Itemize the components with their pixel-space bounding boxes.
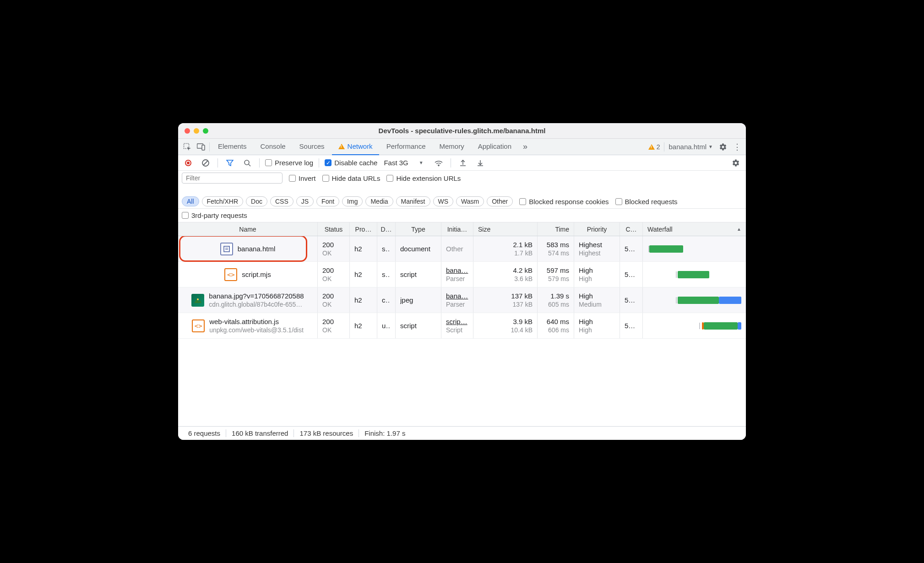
cell-protocol: h2 [350, 287, 377, 313]
tab-label: Network [348, 142, 373, 150]
more-tabs-icon[interactable]: » [519, 141, 532, 153]
traffic-lights [185, 128, 208, 134]
col-initiator[interactable]: Initia… [441, 222, 473, 236]
col-size[interactable]: Size [473, 222, 538, 236]
export-har-icon[interactable] [457, 157, 469, 169]
import-har-icon[interactable] [474, 157, 487, 169]
table-row[interactable]: <> script.mjs 200OK h2 sp… script bana… … [178, 262, 746, 287]
chip-manifest[interactable]: Manifest [396, 196, 430, 206]
record-button[interactable] [182, 157, 195, 169]
chip-css[interactable]: CSS [270, 196, 294, 206]
waterfall-track [647, 238, 741, 260]
warning-count[interactable]: 2 [657, 143, 660, 151]
throttling-caret-icon[interactable]: ▼ [415, 157, 428, 169]
preserve-log-checkbox[interactable]: Preserve log [265, 159, 313, 167]
cell-priority: HighHigh [574, 313, 620, 338]
table-row[interactable]: banana.html 200OK h2 sp… document Other … [178, 236, 746, 262]
tab-performance[interactable]: Performance [380, 139, 432, 155]
tab-application[interactable]: Application [472, 139, 518, 155]
warning-icon[interactable] [648, 144, 655, 150]
col-connection[interactable]: C… [620, 222, 643, 236]
settings-gear-icon[interactable] [717, 141, 729, 153]
tab-label: Console [261, 142, 286, 150]
cell-initiator: bana… Parser [441, 262, 473, 287]
network-settings-gear-icon[interactable] [729, 157, 742, 169]
table-body: banana.html 200OK h2 sp… document Other … [178, 236, 746, 426]
waterfall-track [647, 264, 741, 285]
separator [664, 142, 664, 152]
col-name[interactable]: Name [178, 222, 318, 236]
chip-font[interactable]: Font [316, 196, 339, 206]
chip-fetchxhr[interactable]: Fetch/XHR [202, 196, 243, 206]
kebab-menu-icon[interactable]: ⋮ [730, 141, 743, 153]
col-priority[interactable]: Priority [574, 222, 620, 236]
file-name: banana.jpg?v=1705668720588 [209, 292, 304, 301]
chip-wasm[interactable]: Wasm [456, 196, 484, 206]
cell-connection: 5… [620, 287, 643, 313]
separator [217, 158, 218, 168]
context-selector[interactable]: banana.html ▼ [666, 143, 716, 151]
file-name: web-vitals.attribution.js [209, 317, 304, 326]
waterfall-track [647, 289, 741, 311]
chip-all[interactable]: All [182, 196, 199, 206]
third-party-label: 3rd-party requests [191, 211, 247, 219]
col-waterfall[interactable]: Waterfall ▲ [643, 222, 746, 236]
svg-rect-8 [224, 246, 229, 252]
cell-size: 2.1 kB1.7 kB [473, 236, 538, 261]
filter-icon[interactable] [223, 157, 236, 169]
tab-elements[interactable]: Elements [212, 139, 253, 155]
cell-priority: HighestHighest [574, 236, 620, 261]
col-type[interactable]: Type [396, 222, 441, 236]
col-time[interactable]: Time [538, 222, 574, 236]
blocked-cookies-checkbox[interactable]: Blocked response cookies [519, 198, 609, 206]
cell-time: 597 ms579 ms [538, 262, 574, 287]
sort-asc-icon: ▲ [737, 227, 741, 232]
table-header: Name Status Pro… D… Type Initia… Size Ti… [178, 222, 746, 236]
table-row[interactable]: <> web-vitals.attribution.js unpkg.com/w… [178, 313, 746, 339]
file-name: script.mjs [242, 270, 271, 279]
throttling-selector[interactable]: Fast 3G [382, 159, 410, 167]
cell-connection: 5… [620, 313, 643, 338]
tab-sources[interactable]: Sources [293, 139, 331, 155]
third-party-checkbox[interactable]: 3rd-party requests [182, 211, 247, 219]
preserve-log-label: Preserve log [275, 159, 313, 167]
close-window-button[interactable] [185, 128, 190, 134]
chip-js[interactable]: JS [296, 196, 314, 206]
cell-time: 640 ms606 ms [538, 313, 574, 338]
invert-checkbox[interactable]: Invert [289, 174, 316, 182]
blocked-cookies-label: Blocked response cookies [529, 198, 609, 206]
caret-down-icon: ▼ [708, 144, 713, 149]
tab-console[interactable]: Console [254, 139, 292, 155]
tab-memory[interactable]: Memory [433, 139, 471, 155]
chip-media[interactable]: Media [365, 196, 393, 206]
filter-input[interactable] [182, 173, 283, 184]
cell-domain: cd… [377, 287, 396, 313]
hide-data-urls-checkbox[interactable]: Hide data URLs [322, 174, 380, 182]
cell-waterfall [643, 313, 746, 338]
file-host: unpkg.com/web-vitals@3.5.1/dist [209, 326, 304, 334]
col-domain[interactable]: D… [377, 222, 396, 236]
disable-cache-checkbox[interactable]: ✓ Disable cache [325, 159, 377, 167]
chip-ws[interactable]: WS [433, 196, 454, 206]
inspect-element-icon[interactable] [181, 141, 194, 153]
device-toolbar-icon[interactable] [195, 141, 207, 153]
cell-name: <> web-vitals.attribution.js unpkg.com/w… [178, 313, 318, 338]
chip-img[interactable]: Img [342, 196, 363, 206]
minimize-window-button[interactable] [194, 128, 199, 134]
col-status[interactable]: Status [318, 222, 350, 236]
tab-label: Memory [440, 142, 464, 150]
col-protocol[interactable]: Pro… [350, 222, 377, 236]
chip-doc[interactable]: Doc [246, 196, 267, 206]
tab-network[interactable]: Network [332, 139, 379, 155]
hide-extension-urls-checkbox[interactable]: Hide extension URLs [386, 174, 461, 182]
network-conditions-icon[interactable] [432, 157, 445, 169]
cell-domain: sp… [377, 262, 396, 287]
zoom-window-button[interactable] [203, 128, 208, 134]
status-requests: 6 requests [183, 429, 226, 437]
table-row[interactable]: banana.jpg?v=1705668720588 cdn.glitch.gl… [178, 287, 746, 313]
status-bar: 6 requests 160 kB transferred 173 kB res… [178, 426, 746, 440]
clear-button[interactable] [199, 157, 212, 169]
chip-other[interactable]: Other [487, 196, 513, 206]
blocked-requests-checkbox[interactable]: Blocked requests [615, 198, 678, 206]
search-icon[interactable] [241, 157, 254, 169]
